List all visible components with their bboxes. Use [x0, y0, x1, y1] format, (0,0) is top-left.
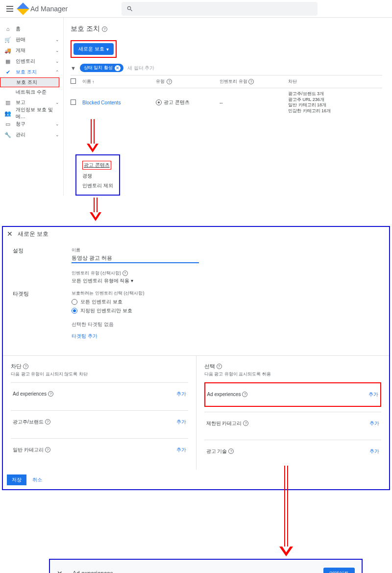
sidebar-item-billing[interactable]: ▭ 청구 ⌄ — [0, 119, 63, 129]
logo-icon — [17, 2, 29, 15]
close-icon[interactable]: ✕ — [7, 230, 13, 238]
block-item-ad-experiences: Ad experiences ? 추가 — [11, 382, 188, 405]
help-icon[interactable]: ? — [122, 271, 128, 276]
chevron-down-icon: ⌄ — [55, 48, 59, 53]
help-icon[interactable]: ? — [48, 391, 53, 397]
close-icon[interactable]: ✕ — [57, 570, 63, 573]
chevron-down-icon: ⌄ — [55, 100, 59, 105]
panel-title: 새로운 보호 — [18, 230, 49, 238]
sidebar-item-sales[interactable]: 🛒 판매 ⌄ — [0, 34, 63, 45]
target-icon — [156, 100, 162, 105]
wrench-icon: 🔧 — [4, 131, 12, 139]
col-block: 차단 — [288, 78, 382, 85]
caret-down-icon: ▾ — [131, 278, 133, 283]
caret-down-icon: ▾ — [106, 47, 109, 52]
add-button[interactable]: 추가 — [176, 447, 186, 453]
allow-item-ad-experiences: Ad experiences ? 추가 — [204, 382, 382, 407]
bar-chart-icon: ▥ — [4, 99, 12, 106]
annotation-arrow — [186, 495, 392, 559]
panel-header: ✕ 새로운 보호 — [3, 227, 389, 241]
add-button[interactable]: 추가 — [176, 419, 186, 425]
filter-row: ▼ 상태 일치 활성 ✕ 새 필터 추가 — [71, 64, 382, 72]
help-icon[interactable]: ? — [23, 364, 28, 369]
panel-footer: 저장 취소 — [7, 474, 42, 485]
allow-column: 선택? 다음 광고 유형이 표시되도록 허용 Ad experiences ? … — [196, 356, 390, 470]
help-icon[interactable]: ? — [248, 79, 254, 84]
radio-icon — [72, 299, 77, 305]
close-icon[interactable]: ✕ — [115, 65, 121, 71]
help-icon[interactable]: ? — [167, 79, 172, 84]
sidebar-item-inventory[interactable]: ▦ 인벤토리 ⌄ — [0, 56, 63, 67]
help-icon[interactable]: ? — [242, 392, 247, 397]
section-label-targeting: 타겟팅 — [13, 290, 52, 340]
card-icon: ▭ — [4, 120, 12, 128]
sidebar-item-delivery[interactable]: 🚚 게재 ⌄ — [0, 45, 63, 56]
add-button[interactable]: 추가 — [369, 420, 379, 427]
help-icon[interactable]: ? — [102, 26, 107, 32]
no-targeting-text: 선택한 타겟팅 없음 — [72, 321, 379, 328]
allow-subtitle: 다음 광고 유형이 표시되도록 허용 — [204, 371, 382, 377]
grid-icon: ▦ — [4, 57, 12, 65]
radio-all-inventory[interactable]: 모든 인벤토리 보호 — [72, 299, 379, 305]
add-targeting-button[interactable]: 타겟팅 추가 — [72, 333, 379, 340]
sidebar-item-home[interactable]: ⌂ 홈 — [0, 24, 63, 34]
dropdown-item-inventory-exclude[interactable]: 인벤토리 제외 — [82, 181, 113, 191]
new-protection-dropdown: 광고 콘텐츠 경쟁 인벤토리 제외 — [75, 154, 120, 196]
cancel-button[interactable]: 취소 — [32, 476, 42, 483]
new-protection-button[interactable]: 새로운 보호 ▾ — [74, 43, 114, 55]
chevron-down-icon: ⌄ — [55, 59, 59, 64]
col-type: 유형 ? — [156, 78, 220, 85]
filter-icon[interactable]: ▼ — [71, 65, 76, 71]
app-header: Ad Manager — [0, 0, 392, 18]
new-protection-panel: ✕ 새로운 보호 설정 이름 인벤토리 유형 (선택사항) ? 모든 인벤토리 … — [2, 226, 390, 490]
annotation-arrow — [88, 198, 103, 221]
allow-item-restricted-category: 제한된 카테고리 ? 추가 — [204, 412, 382, 435]
settings-section: 설정 이름 인벤토리 유형 (선택사항) ? 모든 인벤토리 유형에 적용 ▾ — [3, 241, 389, 290]
chevron-up-icon: ⌃ — [55, 70, 59, 75]
save-button[interactable]: 저장 — [7, 474, 26, 485]
sidebar-item-protection[interactable]: ✔ 보호 조치 ⌃ — [0, 67, 63, 77]
sidebar-sub-network[interactable]: 네트워크 수준 — [0, 87, 63, 97]
sidebar-item-admin[interactable]: 🔧 관리 ⌄ — [0, 129, 63, 140]
help-icon[interactable]: ? — [243, 421, 248, 426]
dropdown-item-competition[interactable]: 경쟁 — [82, 171, 113, 181]
chevron-down-icon: ⌄ — [55, 37, 59, 42]
help-icon[interactable]: ? — [45, 419, 50, 424]
sort-up-icon: ↑ — [92, 79, 95, 84]
sidebar: ⌂ 홈 🛒 판매 ⌄ 🚚 게재 ⌄ ▦ 인벤토리 ⌄ ✔ 보호 조치 ⌃ 보호 … — [0, 18, 64, 196]
truck-icon: 🚚 — [4, 47, 12, 54]
sidebar-sub-protection[interactable]: 보호 조치 — [0, 77, 59, 87]
protection-link[interactable]: Blocked Contents — [82, 100, 121, 105]
add-button[interactable]: 추가 — [176, 391, 186, 398]
ad-experiences-modal: ✕ Ad experiences 업데이트 동영상 광고 허용 VAST 광고 … — [49, 559, 363, 573]
add-button[interactable]: 추가 — [368, 391, 378, 398]
select-all-checkbox[interactable] — [71, 78, 76, 84]
block-list: 광고주/브랜드 3개 광고주 URL 236개 일반 카테고리 18개 민감한 … — [288, 91, 382, 114]
help-icon[interactable]: ? — [217, 364, 222, 369]
content-area: 보호 조치 ? 새로운 보호 ▾ ▼ 상태 일치 활성 ✕ 새 필터 추가 이름… — [64, 18, 392, 196]
help-icon[interactable]: ? — [228, 448, 234, 454]
help-icon[interactable]: ? — [45, 447, 50, 452]
sidebar-item-privacy[interactable]: 👥 개인정보 보호 및 메… — [0, 108, 63, 119]
allow-item-ad-tech: 광고 기술 ? 추가 — [204, 440, 382, 463]
inv-type-select[interactable]: 모든 인벤토리 유형에 적용 ▾ — [72, 277, 379, 284]
search-bar[interactable] — [122, 2, 318, 16]
add-filter[interactable]: 새 필터 추가 — [127, 65, 155, 72]
filter-chip[interactable]: 상태 일치 활성 ✕ — [80, 64, 123, 72]
hamburger-icon[interactable] — [4, 3, 16, 15]
update-button[interactable]: 업데이트 — [323, 568, 355, 573]
app-logo[interactable]: Ad Manager — [19, 4, 68, 13]
app-name: Ad Manager — [30, 5, 68, 13]
targeting-section: 타겟팅 보호하려는 인벤토리 선택 (선택사항) 모든 인벤토리 보호 지정된 … — [3, 290, 389, 346]
section-label-settings: 설정 — [13, 247, 52, 284]
dropdown-item-ad-content[interactable]: 광고 콘텐츠 — [82, 159, 113, 171]
block-title: 차단? — [11, 363, 188, 370]
col-inv: 인벤토리 유형 ? — [220, 78, 288, 85]
radio-specific-inventory[interactable]: 지정된 인벤토리만 보호 — [72, 307, 379, 314]
protection-name-input[interactable] — [72, 254, 199, 263]
row-checkbox[interactable] — [71, 100, 76, 105]
col-name[interactable]: 이름 ↑ — [82, 78, 156, 85]
add-button[interactable]: 추가 — [369, 448, 379, 455]
allow-title: 선택? — [204, 363, 382, 370]
block-allow-section: 차단? 다음 광고 유형이 표시되지 않도록 차단 Ad experiences… — [3, 355, 389, 470]
